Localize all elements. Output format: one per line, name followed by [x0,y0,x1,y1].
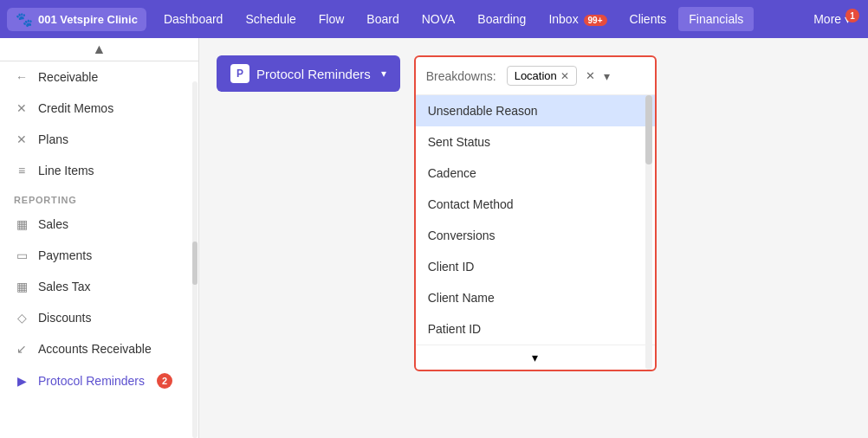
sidebar-item-sales[interactable]: ▦ Sales [0,209,198,240]
dropdown-scrollbar[interactable] [645,95,652,370]
nav-boarding[interactable]: Boarding [467,7,536,31]
dropdown-item[interactable]: Client Name [416,282,655,313]
nav-more[interactable]: More 1 ▾ [803,7,861,31]
sidebar-item-sales-tax-label: Sales Tax [38,280,90,293]
paw-icon: 🐾 [16,11,33,28]
content-header: P Protocol Reminders ▾ Breakdowns: Locat… [217,55,851,371]
top-nav: 🐾 001 Vetspire Clinic Dashboard Schedule… [0,0,868,38]
dropdown-items-list: Unsendable ReasonSent StatusCadenceConta… [416,95,655,345]
payments-icon: ▭ [14,248,29,262]
nav-financials[interactable]: Financials [678,7,754,31]
sidebar-item-sales-label: Sales [38,217,68,231]
sidebar-scroll-thumb [192,242,198,285]
discounts-icon: ◇ [14,311,29,325]
dropdown-scroll-down[interactable]: ▾ [416,345,655,370]
clinic-name: 001 Vetspire Clinic [38,13,138,26]
breakdowns-panel: Breakdowns: Location ✕ ✕ ▾ Unsendable Re… [414,55,657,371]
sidebar-item-plans[interactable]: ✕ Plans [0,124,198,155]
breakdowns-clear-button[interactable]: ✕ [586,69,595,82]
sidebar-item-protocol-reminders-label: Protocol Reminders [38,374,145,388]
sidebar-item-discounts[interactable]: ◇ Discounts [0,302,198,333]
dropdown-scrollbar-thumb [645,95,652,164]
breakdown-tag-location-label: Location [515,69,557,82]
nav-board[interactable]: Board [356,7,409,31]
content-area: P Protocol Reminders ▾ Breakdowns: Locat… [199,38,868,438]
sidebar-item-sales-tax[interactable]: ▦ Sales Tax [0,271,198,302]
sidebar-scrollbar[interactable] [191,81,198,438]
dropdown-item[interactable]: Client ID [416,251,655,282]
breakdowns-dropdown-arrow[interactable]: ▾ [604,69,610,83]
main-layout: ▲ ← Receivable ✕ Credit Memos ✕ Plans ≡ … [0,38,868,438]
sidebar-scroll-up[interactable]: ▲ [0,38,198,61]
sidebar-item-accounts-receivable-label: Accounts Receivable [38,342,152,356]
sidebar-item-receivable[interactable]: ← Receivable [0,61,198,93]
sidebar-item-discounts-label: Discounts [38,311,91,325]
sidebar-item-plans-label: Plans [38,132,68,146]
breakdown-tag-remove[interactable]: ✕ [560,70,569,82]
dropdown-item[interactable]: Unsendable Reason [416,95,655,126]
nav-schedule[interactable]: Schedule [235,7,306,31]
sidebar-item-payments[interactable]: ▭ Payments [0,240,198,271]
protocol-btn-arrow: ▾ [381,68,386,80]
receivable-icon: ← [14,70,29,84]
chevron-up-icon[interactable]: ▲ [93,42,107,57]
sidebar-item-credit-memos-label: Credit Memos [38,101,113,115]
dropdown-item[interactable]: Patient ID [416,313,655,345]
sidebar-item-credit-memos[interactable]: ✕ Credit Memos [0,93,198,124]
accounts-receivable-icon: ↙ [14,342,29,356]
dropdown-item[interactable]: Conversions [416,220,655,251]
sidebar: ▲ ← Receivable ✕ Credit Memos ✕ Plans ≡ … [0,38,199,438]
protocol-reminders-icon: ▶ [14,374,29,388]
sidebar-item-line-items-label: Line Items [38,164,94,177]
sales-icon: ▦ [14,217,29,231]
dropdown-item[interactable]: Contact Method [416,189,655,220]
dropdown-item[interactable]: Cadence [416,158,655,189]
more-badge: 1 [845,9,859,23]
protocol-reminders-button[interactable]: P Protocol Reminders ▾ [217,55,400,92]
sidebar-scroll-track [192,81,198,438]
breakdowns-header: Breakdowns: Location ✕ ✕ ▾ [416,57,655,95]
protocol-p-icon: P [230,64,249,83]
sidebar-item-line-items[interactable]: ≡ Line Items [0,155,198,186]
clinic-logo[interactable]: 🐾 001 Vetspire Clinic [7,8,146,31]
sidebar-item-protocol-reminders[interactable]: ▶ Protocol Reminders 2 [0,364,198,397]
protocol-reminders-badge: 2 [157,373,172,389]
protocol-btn-label: Protocol Reminders [256,67,371,81]
reporting-section-label: REPORTING [0,186,198,209]
nav-dashboard[interactable]: Dashboard [153,7,234,31]
sales-tax-icon: ▦ [14,280,29,293]
credit-memos-icon: ✕ [14,101,29,115]
nav-flow[interactable]: Flow [308,7,355,31]
nav-nova[interactable]: NOVA [411,7,466,31]
sidebar-item-payments-label: Payments [38,248,92,262]
breakdown-dropdown: Unsendable ReasonSent StatusCadenceConta… [416,95,655,370]
nav-clients[interactable]: Clients [619,7,677,31]
sidebar-item-receivable-label: Receivable [38,70,98,84]
breakdown-tag-location[interactable]: Location ✕ [507,66,577,86]
breakdowns-label: Breakdowns: [426,69,496,83]
sidebar-item-accounts-receivable[interactable]: ↙ Accounts Receivable [0,333,198,364]
dropdown-item[interactable]: Sent Status [416,126,655,158]
inbox-badge: 99+ [584,15,607,26]
line-items-icon: ≡ [14,164,29,177]
plans-icon: ✕ [14,132,29,146]
dropdown-scroll-down-icon: ▾ [532,351,538,364]
nav-inbox[interactable]: Inbox 99+ [538,7,617,31]
